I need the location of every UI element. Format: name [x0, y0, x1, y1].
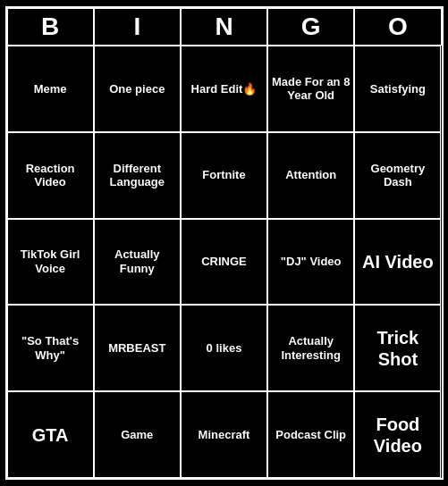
bingo-cell-14[interactable]: AI Video [354, 219, 441, 306]
bingo-cell-16[interactable]: MRBEAST [94, 305, 181, 391]
header-letter-o: O [354, 8, 441, 46]
bingo-cell-18[interactable]: Actually Interesting [267, 305, 354, 391]
header-letter-i: I [94, 8, 181, 46]
bingo-cell-5[interactable]: Reaction Video [7, 132, 94, 219]
bingo-cell-3[interactable]: Made For an 8 Year Old [267, 46, 354, 132]
header-letter-g: G [267, 8, 354, 46]
bingo-cell-4[interactable]: Satisfying [354, 46, 441, 132]
bingo-cell-17[interactable]: 0 likes [181, 305, 267, 391]
bingo-cell-23[interactable]: Podcast Clip [267, 391, 354, 478]
bingo-cell-20[interactable]: GTA [7, 391, 94, 478]
bingo-cell-8[interactable]: Attention [267, 132, 354, 219]
bingo-cell-24[interactable]: Food Video [354, 391, 441, 478]
header-letter-n: N [181, 8, 267, 46]
bingo-cell-7[interactable]: Fortnite [181, 132, 267, 219]
bingo-cell-1[interactable]: One piece [94, 46, 181, 132]
bingo-cell-15[interactable]: "So That's Why" [7, 305, 94, 391]
bingo-cell-9[interactable]: Geometry Dash [354, 132, 441, 219]
bingo-grid: MemeOne pieceHard Edit🔥Made For an 8 Yea… [7, 46, 442, 478]
bingo-cell-21[interactable]: Game [94, 391, 181, 478]
bingo-cell-0[interactable]: Meme [7, 46, 94, 132]
bingo-cell-11[interactable]: Actually Funny [94, 219, 181, 306]
bingo-cell-6[interactable]: Different Language [94, 132, 181, 219]
bingo-card: BINGO MemeOne pieceHard Edit🔥Made For an… [5, 6, 444, 480]
bingo-cell-10[interactable]: TikTok Girl Voice [7, 219, 94, 306]
bingo-cell-2[interactable]: Hard Edit🔥 [181, 46, 267, 132]
bingo-cell-19[interactable]: Trick Shot [354, 305, 441, 391]
bingo-cell-13[interactable]: "DJ" Video [267, 219, 354, 306]
bingo-cell-12[interactable]: CRINGE [181, 219, 267, 306]
bingo-cell-22[interactable]: Minecraft [181, 391, 267, 478]
bingo-header: BINGO [7, 8, 442, 46]
header-letter-b: B [7, 8, 94, 46]
